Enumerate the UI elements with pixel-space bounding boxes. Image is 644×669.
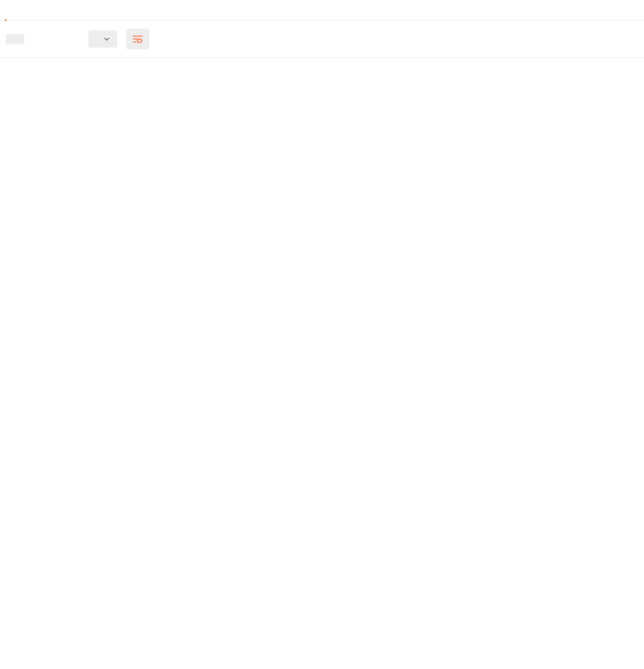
response-body	[0, 58, 644, 63]
mode-preview[interactable]	[42, 34, 61, 44]
json-viewer[interactable]	[14, 58, 644, 63]
response-toolbar	[0, 21, 644, 58]
wrap-icon	[133, 35, 143, 43]
mode-pretty[interactable]	[6, 34, 24, 44]
format-select[interactable]	[88, 30, 117, 48]
mode-raw[interactable]	[24, 34, 42, 44]
response-tabs	[0, 0, 644, 21]
line-gutter	[0, 58, 14, 63]
view-mode-group	[6, 34, 79, 44]
chevron-down-icon	[103, 36, 110, 42]
mode-visualize[interactable]	[61, 34, 79, 44]
wrap-lines-button[interactable]	[126, 29, 149, 49]
